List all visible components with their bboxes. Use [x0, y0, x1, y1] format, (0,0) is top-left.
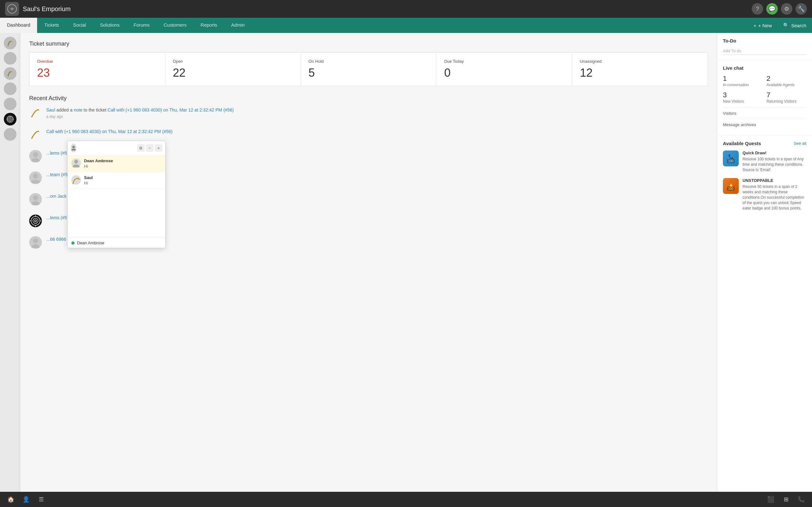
ticket-summary-grid: Overdue 23 Open 22 On Hold 5 Due Today 0…	[29, 52, 708, 86]
quest-content-1: Quick Draw! Resolve 100 tickets in a spa…	[743, 151, 806, 172]
activity-text-1: Saul added a note to the ticket Call wit…	[46, 107, 708, 119]
activity-actor-link-1[interactable]: Saul	[46, 107, 55, 112]
right-panel: To-Do Live chat 1 In-conversation 2 Avai…	[717, 33, 812, 507]
app-title: Saul's Emporium	[23, 5, 748, 13]
chat-minimize-btn[interactable]: −	[146, 144, 154, 152]
see-all-link[interactable]: See all	[794, 141, 806, 146]
activity-avatar-2	[29, 128, 42, 141]
quest-icon-1: 📞	[728, 154, 734, 159]
help-icon[interactable]: ?	[752, 3, 763, 14]
nav-admin[interactable]: Admin	[224, 18, 252, 33]
activity-ticket-link-2[interactable]: Call with (+1 960 083 4030) on Thu, Mar …	[46, 129, 172, 134]
activity-avatar-3	[29, 150, 42, 163]
quests-header: Available Quests See all	[723, 141, 806, 146]
quest-item-2: 🔥 100 UNSTOPPABLE Resolve 50 tickets in …	[723, 178, 806, 211]
chat-msg-text-1: Hi	[84, 164, 161, 169]
bottombar-user-icon[interactable]: 👤	[20, 494, 32, 505]
chat-settings-btn[interactable]: ⚙	[137, 144, 145, 152]
ticket-cell-duetoday[interactable]: Due Today 0	[437, 53, 572, 86]
search-label: Search	[791, 23, 806, 28]
svg-point-25	[74, 160, 78, 164]
todo-section: To-Do	[717, 33, 812, 60]
activity-ticket-link-1[interactable]: Call with (+1 960 083 4030) on Thu, Mar …	[107, 107, 234, 112]
activity-rest-1: to the ticket	[84, 107, 107, 112]
chat-message-item-2[interactable]: Saul Hi	[67, 172, 165, 189]
quests-title: Available Quests	[723, 141, 761, 146]
bottombar-right: ⬛ ⊞ 📞	[765, 494, 807, 505]
live-chat-stat-returning: 7 Returning Visitors	[767, 91, 807, 104]
nav-forums[interactable]: Forums	[126, 18, 157, 33]
svg-point-11	[9, 132, 12, 135]
sidebar-avatar-3[interactable]	[4, 67, 16, 80]
chat-footer-name: Dean Ambrose	[77, 240, 104, 245]
chat-msg-content-2: Saul Hi	[84, 175, 161, 185]
chat-message-item-1[interactable]: Dean Ambrose Hi	[67, 155, 165, 172]
nav-customers[interactable]: Customers	[157, 18, 194, 33]
nav-social[interactable]: Social	[66, 18, 93, 33]
ticket-count-onhold: 5	[309, 66, 429, 79]
quest-desc-1: Resolve 100 tickets in a span of Any tim…	[743, 157, 806, 172]
bottombar-phone-icon[interactable]: 📞	[796, 494, 807, 505]
ticket-cell-onhold[interactable]: On Hold 5	[301, 53, 437, 86]
chat-msg-avatar-2	[71, 175, 81, 185]
ticket-summary-section: Ticket summary Overdue 23 Open 22 On Hol…	[29, 41, 708, 86]
live-chat-label-4: Returning Visitors	[767, 99, 807, 104]
ticket-cell-unassigned[interactable]: Unassigned 12	[572, 53, 708, 86]
activity-item-1: Saul added a note to the ticket Call wit…	[29, 107, 708, 119]
chat-status-icon[interactable]: 💬	[766, 3, 778, 14]
sidebar-avatar-2[interactable]	[4, 52, 16, 65]
ticket-cell-open[interactable]: Open 22	[165, 53, 301, 86]
ticket-count-overdue: 23	[37, 66, 157, 79]
bottombar-home-icon[interactable]: 🏠	[5, 494, 16, 505]
live-chat-num-2: 2	[767, 74, 807, 83]
live-chat-stat-available: 2 Available Agents	[767, 74, 807, 87]
ticket-cell-overdue[interactable]: Overdue 23	[30, 53, 165, 86]
ticket-label-open: Open	[173, 59, 293, 64]
ticket-label-overdue: Overdue	[37, 59, 157, 64]
live-chat-stat-in-conversation: 1 In-conversation	[723, 74, 763, 87]
quest-icon-2: 🔥	[728, 181, 734, 187]
svg-point-23	[33, 238, 38, 243]
nav-dashboard[interactable]: Dashboard	[0, 18, 37, 33]
sidebar-avatar-target[interactable]	[4, 113, 16, 125]
live-chat-section: Live chat 1 In-conversation 2 Available …	[717, 60, 812, 135]
live-chat-num-4: 7	[767, 91, 807, 99]
nav-solutions[interactable]: Solutions	[93, 18, 126, 33]
nav-tickets[interactable]: Tickets	[37, 18, 66, 33]
sidebar-avatar-5[interactable]	[4, 98, 16, 110]
sidebar-avatar-1[interactable]	[4, 37, 16, 49]
message-archives-link[interactable]: Message archives	[723, 119, 806, 130]
new-button[interactable]: + + New	[748, 18, 778, 33]
activity-item-2: Call with (+1 960 083 4030) on Thu, Mar …	[29, 128, 708, 141]
activity-avatar-6	[29, 215, 42, 227]
todo-input[interactable]	[723, 47, 806, 55]
activity-note-link-1[interactable]: note	[73, 107, 82, 112]
svg-point-3	[9, 101, 12, 105]
live-chat-label-3: New Visitors	[723, 99, 763, 104]
wrench-icon[interactable]: 🔧	[796, 3, 807, 14]
live-chat-stats: 1 In-conversation 2 Available Agents 3 N…	[723, 74, 806, 104]
sidebar-avatar-6[interactable]	[4, 128, 16, 141]
live-chat-num-3: 3	[723, 91, 763, 99]
chat-msg-name-1: Dean Ambrose	[84, 158, 161, 163]
bottombar-grid-icon[interactable]: ⊞	[780, 494, 792, 505]
chat-msg-avatar-1	[71, 158, 81, 168]
quest-num-2: 100	[727, 187, 735, 191]
visitors-link[interactable]: Visitors	[723, 107, 806, 119]
nav-reports[interactable]: Reports	[194, 18, 224, 33]
recent-activity-title: Recent Activity	[29, 95, 708, 102]
navbar: Dashboard Tickets Social Solutions Forum…	[0, 18, 812, 33]
svg-point-15	[30, 215, 41, 227]
chat-search-input[interactable]	[79, 146, 135, 151]
bottombar-menu-icon[interactable]: ☰	[36, 494, 47, 505]
activity-text-2: Call with (+1 960 083 4030) on Thu, Mar …	[46, 128, 708, 135]
live-chat-label-2: Available Agents	[767, 83, 807, 87]
search-button[interactable]: 🔍 Search	[777, 18, 812, 33]
chat-close-btn[interactable]: ×	[155, 144, 162, 152]
ticket-label-unassigned: Unassigned	[580, 59, 700, 64]
sidebar-avatar-4[interactable]	[4, 82, 16, 95]
svg-point-13	[33, 174, 38, 179]
bottombar-screen-icon[interactable]: ⬛	[765, 494, 776, 505]
svg-point-12	[33, 152, 38, 157]
settings-icon[interactable]: ⚙	[781, 3, 792, 14]
